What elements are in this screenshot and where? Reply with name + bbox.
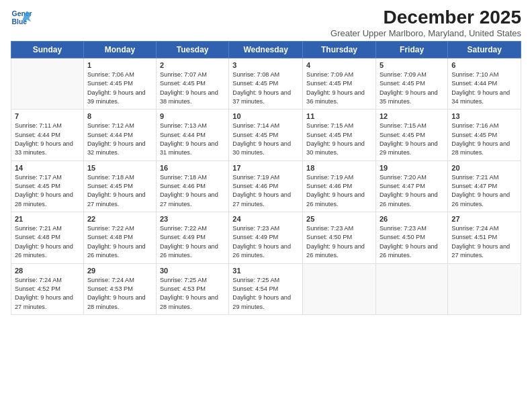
day-info: Sunrise: 7:15 AMSunset: 4:45 PMDaylight:… [306, 122, 372, 157]
day-info: Sunrise: 7:24 AMSunset: 4:53 PMDaylight:… [87, 276, 152, 312]
calendar-cell [375, 263, 447, 314]
calendar-cell: 19Sunrise: 7:20 AMSunset: 4:47 PMDayligh… [375, 161, 447, 212]
day-info: Sunrise: 7:12 AMSunset: 4:44 PMDaylight:… [87, 122, 152, 157]
header-sunday: Sunday [11, 42, 84, 58]
day-number: 9 [160, 112, 225, 120]
calendar-week-3: 21Sunrise: 7:21 AMSunset: 4:48 PMDayligh… [11, 212, 521, 263]
day-number: 31 [232, 267, 299, 275]
day-number: 1 [87, 61, 152, 69]
day-number: 4 [306, 61, 372, 69]
day-info: Sunrise: 7:19 AMSunset: 4:46 PMDaylight:… [306, 173, 372, 209]
header-tuesday: Tuesday [156, 42, 228, 58]
day-info: Sunrise: 7:18 AMSunset: 4:45 PMDaylight:… [87, 173, 152, 209]
logo-icon: General Blue [11, 7, 32, 28]
calendar-cell: 21Sunrise: 7:21 AMSunset: 4:48 PMDayligh… [11, 212, 84, 263]
day-number: 14 [15, 164, 80, 172]
day-info: Sunrise: 7:10 AMSunset: 4:44 PMDaylight:… [451, 71, 517, 106]
day-info: Sunrise: 7:24 AMSunset: 4:51 PMDaylight:… [451, 224, 517, 260]
day-info: Sunrise: 7:06 AMSunset: 4:45 PMDaylight:… [87, 71, 152, 106]
day-number: 19 [380, 164, 444, 172]
day-info: Sunrise: 7:09 AMSunset: 4:45 PMDaylight:… [380, 71, 444, 106]
day-info: Sunrise: 7:11 AMSunset: 4:44 PMDaylight:… [15, 122, 80, 157]
day-info: Sunrise: 7:20 AMSunset: 4:47 PMDaylight:… [380, 173, 444, 209]
day-info: Sunrise: 7:24 AMSunset: 4:52 PMDaylight:… [15, 276, 80, 312]
calendar-cell: 6Sunrise: 7:10 AMSunset: 4:44 PMDaylight… [448, 58, 521, 109]
calendar-cell [11, 58, 84, 109]
calendar-body: 1Sunrise: 7:06 AMSunset: 4:45 PMDaylight… [11, 58, 521, 315]
calendar-cell: 31Sunrise: 7:25 AMSunset: 4:54 PMDayligh… [229, 263, 303, 314]
day-number: 25 [306, 215, 372, 223]
calendar-week-1: 7Sunrise: 7:11 AMSunset: 4:44 PMDaylight… [11, 109, 521, 161]
calendar-header: Sunday Monday Tuesday Wednesday Thursday… [11, 42, 521, 58]
day-number: 21 [15, 215, 80, 223]
day-number: 15 [87, 164, 152, 172]
weekday-row: Sunday Monday Tuesday Wednesday Thursday… [11, 42, 521, 58]
calendar-cell: 18Sunrise: 7:19 AMSunset: 4:46 PMDayligh… [303, 161, 376, 212]
calendar-cell: 15Sunrise: 7:18 AMSunset: 4:45 PMDayligh… [83, 161, 156, 212]
calendar-cell: 29Sunrise: 7:24 AMSunset: 4:53 PMDayligh… [83, 263, 156, 314]
calendar-cell: 30Sunrise: 7:25 AMSunset: 4:53 PMDayligh… [156, 263, 228, 314]
day-number: 28 [15, 267, 80, 275]
day-number: 7 [15, 112, 80, 120]
calendar-cell: 23Sunrise: 7:22 AMSunset: 4:49 PMDayligh… [156, 212, 228, 263]
day-number: 16 [160, 164, 225, 172]
calendar-cell: 20Sunrise: 7:21 AMSunset: 4:47 PMDayligh… [448, 161, 521, 212]
day-info: Sunrise: 7:17 AMSunset: 4:45 PMDaylight:… [15, 173, 80, 209]
day-info: Sunrise: 7:22 AMSunset: 4:49 PMDaylight:… [160, 224, 225, 260]
calendar-week-0: 1Sunrise: 7:06 AMSunset: 4:45 PMDaylight… [11, 58, 521, 109]
day-number: 8 [87, 112, 152, 120]
calendar-cell: 7Sunrise: 7:11 AMSunset: 4:44 PMDaylight… [11, 109, 84, 161]
calendar-cell [303, 263, 376, 314]
logo: General Blue [11, 7, 32, 28]
day-info: Sunrise: 7:15 AMSunset: 4:45 PMDaylight:… [380, 122, 444, 157]
calendar-cell: 16Sunrise: 7:18 AMSunset: 4:46 PMDayligh… [156, 161, 228, 212]
calendar-week-4: 28Sunrise: 7:24 AMSunset: 4:52 PMDayligh… [11, 263, 521, 314]
header-saturday: Saturday [448, 42, 521, 58]
calendar-cell: 27Sunrise: 7:24 AMSunset: 4:51 PMDayligh… [448, 212, 521, 263]
calendar-cell: 8Sunrise: 7:12 AMSunset: 4:44 PMDaylight… [83, 109, 156, 161]
day-number: 11 [306, 112, 372, 120]
calendar-cell: 28Sunrise: 7:24 AMSunset: 4:52 PMDayligh… [11, 263, 84, 314]
header-monday: Monday [83, 42, 156, 58]
day-info: Sunrise: 7:25 AMSunset: 4:54 PMDaylight:… [232, 276, 299, 312]
calendar-cell: 12Sunrise: 7:15 AMSunset: 4:45 PMDayligh… [375, 109, 447, 161]
day-number: 12 [380, 112, 444, 120]
main-title: December 2025 [330, 7, 521, 28]
calendar-cell: 24Sunrise: 7:23 AMSunset: 4:49 PMDayligh… [229, 212, 303, 263]
day-info: Sunrise: 7:09 AMSunset: 4:45 PMDaylight:… [306, 71, 372, 106]
calendar-table: Sunday Monday Tuesday Wednesday Thursday… [11, 41, 521, 315]
title-area: December 2025 Greater Upper Marlboro, Ma… [330, 7, 521, 38]
day-info: Sunrise: 7:22 AMSunset: 4:48 PMDaylight:… [87, 224, 152, 260]
header-thursday: Thursday [303, 42, 376, 58]
day-info: Sunrise: 7:18 AMSunset: 4:46 PMDaylight:… [160, 173, 225, 209]
day-info: Sunrise: 7:14 AMSunset: 4:45 PMDaylight:… [232, 122, 299, 157]
calendar-week-2: 14Sunrise: 7:17 AMSunset: 4:45 PMDayligh… [11, 161, 521, 212]
subtitle: Greater Upper Marlboro, Maryland, United… [330, 28, 521, 38]
day-info: Sunrise: 7:21 AMSunset: 4:47 PMDaylight:… [451, 173, 517, 209]
day-number: 27 [451, 215, 517, 223]
day-number: 3 [232, 61, 299, 69]
day-number: 26 [380, 215, 444, 223]
day-info: Sunrise: 7:25 AMSunset: 4:53 PMDaylight:… [160, 276, 225, 312]
header-friday: Friday [375, 42, 447, 58]
day-number: 17 [232, 164, 299, 172]
calendar-cell [448, 263, 521, 314]
day-number: 30 [160, 267, 225, 275]
calendar-cell: 25Sunrise: 7:23 AMSunset: 4:50 PMDayligh… [303, 212, 376, 263]
day-info: Sunrise: 7:07 AMSunset: 4:45 PMDaylight:… [160, 71, 225, 106]
header-wednesday: Wednesday [229, 42, 303, 58]
day-number: 24 [232, 215, 299, 223]
header: General Blue December 2025 Greater Upper… [11, 7, 521, 38]
calendar-cell: 5Sunrise: 7:09 AMSunset: 4:45 PMDaylight… [375, 58, 447, 109]
day-number: 20 [451, 164, 517, 172]
day-number: 13 [451, 112, 517, 120]
day-number: 23 [160, 215, 225, 223]
calendar-cell: 1Sunrise: 7:06 AMSunset: 4:45 PMDaylight… [83, 58, 156, 109]
calendar-cell: 14Sunrise: 7:17 AMSunset: 4:45 PMDayligh… [11, 161, 84, 212]
page: General Blue December 2025 Greater Upper… [0, 0, 532, 411]
day-info: Sunrise: 7:16 AMSunset: 4:45 PMDaylight:… [451, 122, 517, 157]
day-number: 22 [87, 215, 152, 223]
day-number: 6 [451, 61, 517, 69]
calendar-cell: 2Sunrise: 7:07 AMSunset: 4:45 PMDaylight… [156, 58, 228, 109]
day-info: Sunrise: 7:23 AMSunset: 4:49 PMDaylight:… [232, 224, 299, 260]
